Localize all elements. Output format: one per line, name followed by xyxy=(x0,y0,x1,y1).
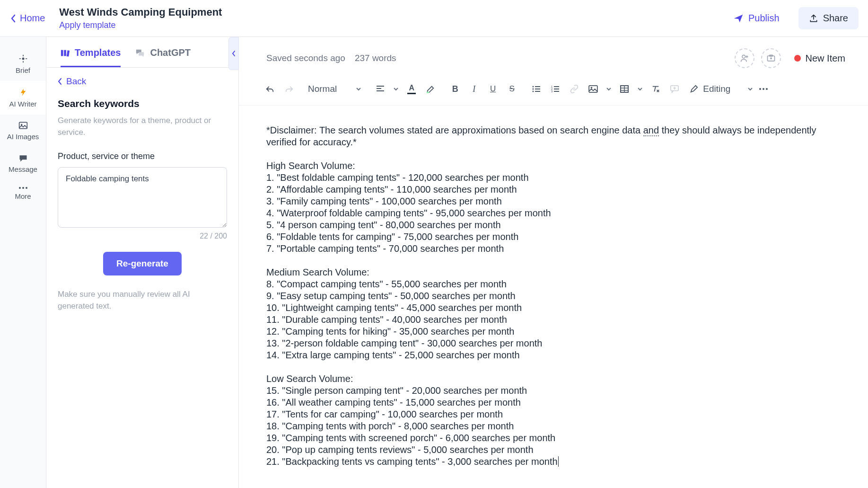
keyword-line: 13. "2-person foldable camping tent" - 3… xyxy=(266,337,841,349)
underline-button[interactable]: U xyxy=(484,80,501,98)
image-icon xyxy=(18,121,28,130)
add-media-button[interactable] xyxy=(761,48,781,68)
svg-point-5 xyxy=(26,187,27,189)
keyword-line: 1. "Best foldable camping tents" - 120,0… xyxy=(266,172,841,184)
review-note: Make sure you manually review all AI gen… xyxy=(58,289,227,312)
redo-button[interactable] xyxy=(281,80,298,98)
svg-rect-8 xyxy=(67,50,70,56)
rail-more-label: More xyxy=(15,192,31,200)
keyword-line: 20. "Pop up camping tents reviews" - 5,0… xyxy=(266,444,841,456)
keyword-line: 14. "Extra large camping tents" - 25,000… xyxy=(266,349,841,361)
svg-point-19 xyxy=(591,87,593,89)
svg-point-14 xyxy=(533,91,534,92)
numbered-list-button[interactable]: 123 xyxy=(547,80,564,98)
svg-point-22 xyxy=(759,88,761,90)
tab-templates[interactable]: Templates xyxy=(61,37,121,67)
style-select[interactable]: Normal xyxy=(302,81,367,97)
panel-desc: Generate keywords for a theme, product o… xyxy=(58,115,227,138)
keyword-line: 19. "Camping tents with screened porch" … xyxy=(266,432,841,444)
style-select-label: Normal xyxy=(308,84,337,94)
rail-aiwriter-label: AI Writer xyxy=(9,100,36,108)
keyword-line: 15. "Single person camping tent" - 20,00… xyxy=(266,385,841,397)
add-collaborator-button[interactable] xyxy=(735,48,754,68)
bolt-icon xyxy=(19,88,27,97)
chevron-left-icon xyxy=(10,14,16,23)
send-icon xyxy=(733,13,744,24)
page-title: West Winds Camping Equipment xyxy=(59,6,222,18)
clear-format-button[interactable] xyxy=(647,80,664,98)
regenerate-button[interactable]: Re-generate xyxy=(103,252,182,275)
document-body[interactable]: *Disclaimer: The search volumes stated a… xyxy=(239,106,868,488)
editor-toolbar: Normal A B I U S xyxy=(239,73,868,106)
align-button[interactable] xyxy=(372,80,389,98)
svg-point-0 xyxy=(22,58,24,60)
tab-templates-label: Templates xyxy=(75,47,121,58)
chat-icon xyxy=(18,154,28,162)
svg-rect-6 xyxy=(61,50,63,56)
theme-input[interactable] xyxy=(58,167,227,228)
rail-more[interactable]: More xyxy=(0,180,46,207)
pencil-icon xyxy=(690,85,698,93)
char-count: 22 / 200 xyxy=(58,232,227,240)
doc-disclaimer: *Disclaimer: The search volumes stated a… xyxy=(266,124,841,148)
comment-button[interactable] xyxy=(666,80,683,98)
upload-icon xyxy=(809,14,818,23)
section-title: Low Search Volume: xyxy=(266,373,841,385)
publish-button[interactable]: Publish xyxy=(733,13,780,24)
text-color-button[interactable]: A xyxy=(403,80,420,98)
collapse-panel-handle[interactable] xyxy=(228,37,239,70)
keyword-line: 2. "Affordable camping tents" - 110,000 … xyxy=(266,184,841,195)
link-button[interactable] xyxy=(566,80,583,98)
keyword-line: 7. "Portable camping tents" - 70,000 sea… xyxy=(266,243,841,255)
rail-ai-writer[interactable]: AI Writer xyxy=(0,81,46,115)
editing-label: Editing xyxy=(703,84,730,94)
bold-button[interactable]: B xyxy=(447,80,464,98)
keyword-line: 6. "Foldable tents for camping" - 75,000… xyxy=(266,231,841,243)
keyword-line: 21. "Backpacking tents vs camping tents"… xyxy=(266,456,841,468)
svg-point-9 xyxy=(742,55,745,58)
side-panel: Templates ChatGPT Back Search keywords G… xyxy=(46,37,239,488)
rail-message-label: Message xyxy=(9,165,37,173)
share-button[interactable]: Share xyxy=(798,7,859,29)
save-status: Saved seconds ago xyxy=(266,53,345,63)
keyword-line: 18. "Camping tents with porch" - 8,000 s… xyxy=(266,420,841,432)
new-item-indicator[interactable]: New Item xyxy=(794,53,845,64)
svg-point-3 xyxy=(19,187,21,189)
publish-label: Publish xyxy=(748,13,780,24)
more-toolbar-button[interactable] xyxy=(755,80,772,98)
section-title: High Search Volume: xyxy=(266,160,841,172)
strikethrough-button[interactable]: S xyxy=(503,80,520,98)
undo-button[interactable] xyxy=(262,80,279,98)
section-title: Medium Search Volume: xyxy=(266,266,841,278)
word-count: 237 words xyxy=(355,53,396,63)
rail-brief-label: Brief xyxy=(16,66,30,74)
editing-mode-select[interactable]: Editing xyxy=(690,84,753,94)
tab-chatgpt[interactable]: ChatGPT xyxy=(135,37,191,67)
home-link[interactable]: Home xyxy=(10,13,45,24)
keyword-line: 3. "Family camping tents" - 100,000 sear… xyxy=(266,195,841,207)
svg-point-4 xyxy=(22,187,24,189)
more-icon xyxy=(18,186,28,189)
home-label: Home xyxy=(20,13,45,24)
apply-template-link[interactable]: Apply template xyxy=(59,20,222,30)
bullet-list-button[interactable] xyxy=(528,80,545,98)
templates-icon xyxy=(61,49,70,57)
new-item-label: New Item xyxy=(806,53,845,64)
rail-brief[interactable]: Brief xyxy=(0,47,46,81)
back-link[interactable]: Back xyxy=(58,76,227,87)
rail-message[interactable]: Message xyxy=(0,147,46,180)
keyword-line: 5. "4 person camping tent" - 80,000 sear… xyxy=(266,219,841,231)
keyword-line: 4. "Waterproof foldable camping tents" -… xyxy=(266,207,841,219)
rail-ai-images[interactable]: AI Images xyxy=(0,115,46,147)
table-button[interactable] xyxy=(616,80,633,98)
svg-rect-7 xyxy=(64,50,66,56)
image-insert-button[interactable] xyxy=(585,80,602,98)
rail-aiimages-label: AI Images xyxy=(7,133,39,141)
italic-button[interactable]: I xyxy=(465,80,482,98)
table-dropdown[interactable] xyxy=(635,80,645,98)
highlight-button[interactable] xyxy=(422,80,439,98)
keyword-line: 11. "Durable camping tents" - 40,000 sea… xyxy=(266,314,841,326)
share-label: Share xyxy=(823,13,848,24)
align-dropdown[interactable] xyxy=(391,80,401,98)
image-dropdown[interactable] xyxy=(604,80,614,98)
